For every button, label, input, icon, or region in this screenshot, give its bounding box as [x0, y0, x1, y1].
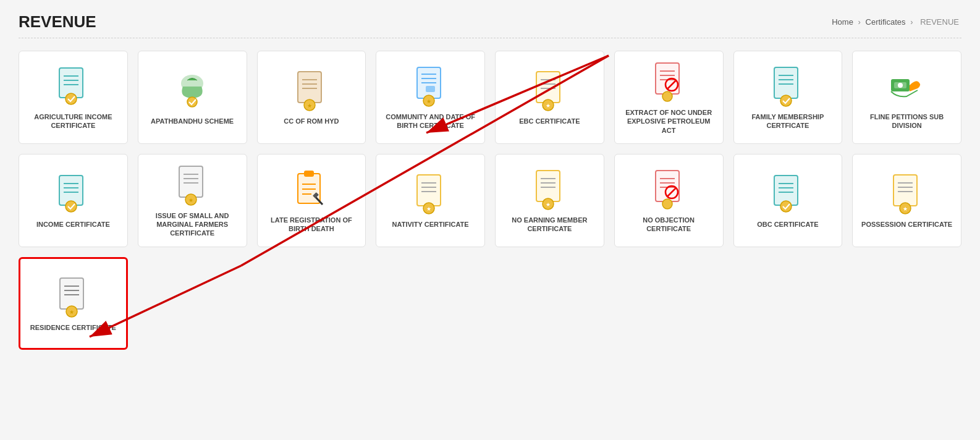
card-nativity-certificate[interactable]: ★ NATIVITY CERTIFICATE	[376, 154, 485, 247]
card-family-membership-certificate[interactable]: FAMILY MEMBERSHIP CERTFICATE	[733, 51, 843, 144]
icon-issue-of-small-and-marginal-farmers-certificate: ★	[172, 166, 212, 205]
card-agriculture-income-certificate[interactable]: AGRICULTURE INCOME CERTIFICATE	[19, 51, 128, 144]
icon-no-objection-certificate	[649, 170, 688, 209]
card-fline-petitions-sub-division[interactable]: FLINE PETITIONS SUB DIVISION	[852, 51, 961, 144]
svg-point-37	[780, 95, 792, 106]
svg-rect-7	[298, 72, 321, 103]
svg-point-32	[662, 91, 672, 101]
svg-rect-65	[536, 171, 560, 201]
svg-point-4	[65, 93, 77, 104]
svg-rect-17	[426, 86, 435, 92]
card-obc-certificate[interactable]: OBC CERTIFICATE	[733, 154, 843, 247]
label-income-certificate: INCOME CERTIFICATE	[36, 220, 110, 229]
label-family-membership-certificate: FAMILY MEMBERSHIP CERTFICATE	[740, 112, 836, 130]
label-agriculture-income-certificate: AGRICULTURE INCOME CERTIFICATE	[25, 112, 121, 130]
label-no-earning-member-certificate: NO EARNING MEMBER CERTIFICATE	[502, 216, 598, 234]
breadcrumb-home[interactable]: Home	[832, 17, 853, 27]
svg-text:★: ★	[546, 103, 551, 109]
label-issue-of-small-and-marginal-farmers-certificate: ISSUE OF SMALL AND MARGINAL FARMERS CERT…	[145, 211, 240, 238]
icon-no-earning-member-certificate: ★	[530, 170, 569, 209]
icon-family-membership-certificate	[768, 67, 808, 106]
card-community-and-date-of-birth-certificate[interactable]: ★ COMMUNITY AND DATE OF BIRTH CERTIFICAT…	[376, 51, 485, 144]
breadcrumb-current: REVENUE	[920, 17, 959, 27]
svg-point-45	[65, 201, 77, 212]
icon-possession-certificate: ★	[887, 174, 927, 214]
card-income-certificate[interactable]: INCOME CERTIFICATE	[19, 154, 128, 247]
svg-text:★: ★	[307, 103, 312, 109]
card-no-objection-certificate[interactable]: NO OBJECTION CERTIFICATE	[614, 154, 724, 247]
card-no-earning-member-certificate[interactable]: ★ NO EARNING MEMBER CERTIFICATE	[495, 154, 604, 247]
svg-text:★: ★	[546, 201, 551, 208]
label-nativity-certificate: NATIVITY CERTIFICATE	[392, 220, 469, 229]
svg-point-82	[780, 201, 792, 212]
icon-income-certificate	[53, 174, 93, 214]
svg-point-40	[898, 83, 903, 88]
breadcrumb-certificates[interactable]: Certificates	[866, 17, 906, 27]
svg-rect-89	[60, 278, 83, 309]
icon-apathbandhu-scheme	[172, 71, 212, 111]
certificates-grid: AGRICULTURE INCOME CERTIFICATE APATHBAND…	[19, 51, 961, 350]
icon-late-registration-of-birth-death	[292, 170, 331, 209]
card-late-registration-of-birth-death[interactable]: LATE REGISTRATION OF BIRTH DEATH	[257, 154, 366, 247]
card-issue-of-small-and-marginal-farmers-certificate[interactable]: ★ ISSUE OF SMALL AND MARGINAL FARMERS CE…	[138, 154, 247, 247]
svg-rect-20	[536, 72, 560, 103]
svg-rect-46	[179, 166, 203, 197]
label-late-registration-of-birth-death: LATE REGISTRATION OF BIRTH DEATH	[264, 216, 360, 234]
svg-point-77	[662, 199, 672, 209]
svg-rect-53	[304, 171, 314, 177]
page-title: REVENUE	[19, 12, 96, 32]
svg-text:★: ★	[188, 197, 193, 203]
label-extract-of-noc: EXTRACT OF NOC UNDER EXPLOSIVE PETROLEUM…	[621, 108, 717, 135]
svg-rect-33	[774, 67, 798, 98]
card-possession-certificate[interactable]: ★ POSSESSION CERTIFICATE	[852, 154, 961, 247]
card-cc-of-rom-hyd[interactable]: ★ CC OF ROM HYD	[257, 51, 366, 144]
label-ebc-certificate: EBC CERTIFICATE	[519, 117, 580, 125]
label-apathbandhu-scheme: APATHBANDHU SCHEME	[151, 117, 234, 125]
svg-text:★: ★	[903, 206, 908, 212]
card-apathbandhu-scheme[interactable]: APATHBANDHU SCHEME	[138, 51, 247, 144]
card-extract-of-noc[interactable]: EXTRACT OF NOC UNDER EXPLOSIVE PETROLEUM…	[614, 51, 724, 144]
icon-obc-certificate	[768, 174, 808, 214]
card-residence-certificate[interactable]: ★ RESIDENCE CERTIFICATE	[19, 257, 128, 350]
icon-ebc-certificate: ★	[530, 71, 569, 111]
label-community-and-date-of-birth-certificate: COMMUNITY AND DATE OF BIRTH CERTIFICATE	[382, 112, 478, 130]
svg-rect-83	[893, 175, 917, 206]
svg-rect-59	[417, 175, 441, 206]
label-no-objection-certificate: NO OBJECTION CERTIFICATE	[621, 216, 717, 234]
svg-text:★: ★	[426, 206, 431, 212]
label-obc-certificate: OBC CERTIFICATE	[757, 220, 818, 229]
icon-community-and-date-of-birth-certificate: ★	[411, 67, 450, 106]
label-fline-petitions-sub-division: FLINE PETITIONS SUB DIVISION	[859, 112, 955, 130]
label-residence-certificate: RESIDENCE CERTIFICATE	[30, 323, 116, 332]
breadcrumb: Home › Certificates › REVENUE	[832, 17, 961, 27]
card-ebc-certificate[interactable]: ★ EBC CERTIFICATE	[495, 51, 604, 144]
icon-residence-certificate: ★	[53, 277, 93, 317]
header-divider	[19, 38, 961, 38]
icon-extract-of-noc	[649, 62, 688, 102]
label-cc-of-rom-hyd: CC OF ROM HYD	[284, 117, 339, 125]
icon-agriculture-income-certificate	[53, 67, 93, 106]
svg-point-6	[187, 97, 197, 107]
label-possession-certificate: POSSESSION CERTIFICATE	[861, 220, 952, 229]
icon-fline-petitions-sub-division	[887, 67, 927, 106]
icon-nativity-certificate: ★	[411, 174, 450, 214]
svg-text:★: ★	[69, 309, 74, 315]
svg-text:★: ★	[426, 98, 431, 104]
icon-cc-of-rom-hyd: ★	[292, 71, 331, 111]
